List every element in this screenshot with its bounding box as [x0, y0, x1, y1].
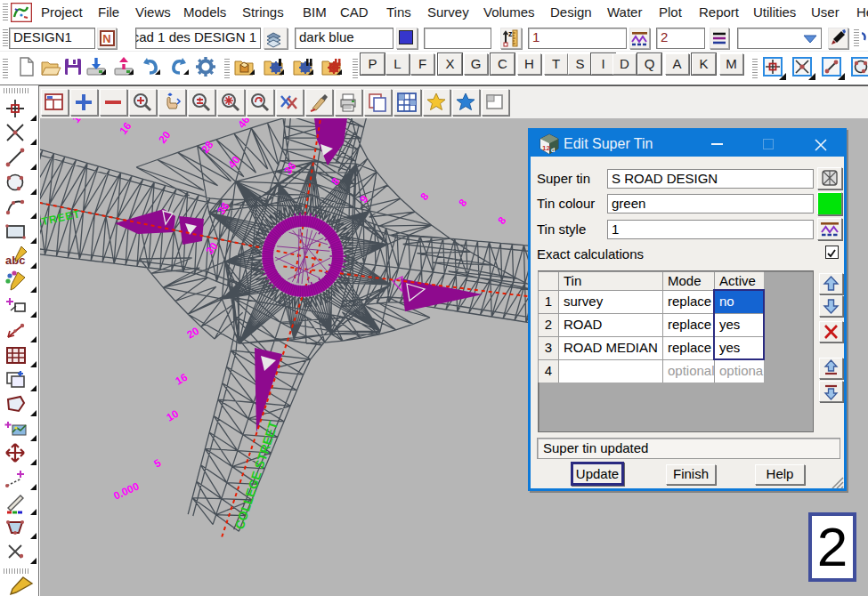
- svg-text:d: d: [551, 147, 555, 153]
- svg-text:12: 12: [542, 144, 550, 152]
- svg-text:z: z: [508, 29, 513, 38]
